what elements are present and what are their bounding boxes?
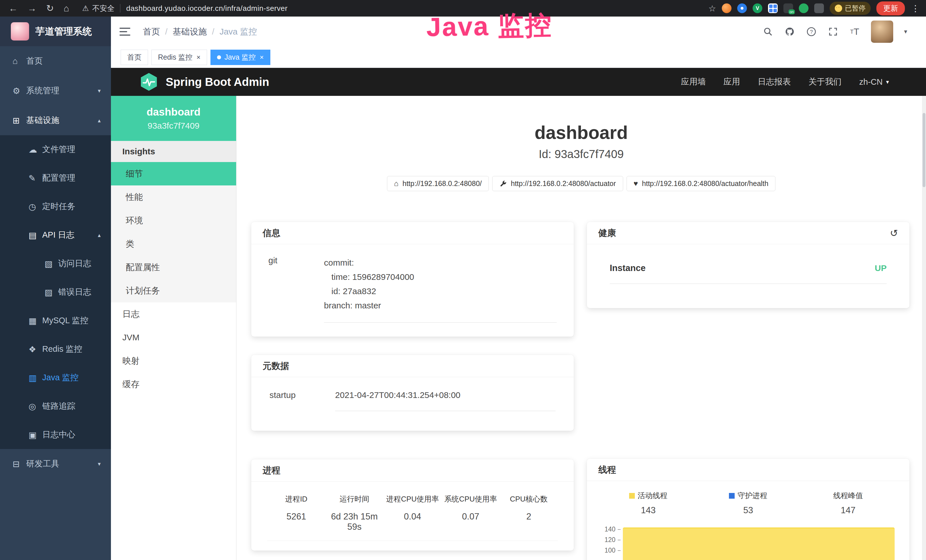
- sba-item-logs[interactable]: 日志: [111, 303, 236, 326]
- sba-nav-wallboard[interactable]: 应用墙: [681, 76, 706, 88]
- history-icon[interactable]: ↺: [890, 227, 898, 239]
- search-icon[interactable]: [763, 26, 773, 37]
- sba-app-header[interactable]: dashboard 93a3fc7f7409: [111, 96, 236, 141]
- sba-nav-applications[interactable]: 应用: [723, 76, 740, 88]
- threads-card: 线程 活动线程 143 守护进程 53: [587, 459, 909, 560]
- tab-java[interactable]: Java 监控 ×: [210, 50, 270, 65]
- health-url-button[interactable]: ♥ http://192.168.0.2:48080/actuator/heal…: [626, 176, 776, 191]
- sba-section-insights: Insights: [111, 141, 236, 162]
- tab-redis[interactable]: Redis 监控 ×: [151, 50, 207, 65]
- tab-home[interactable]: 首页: [121, 50, 148, 65]
- sba-item-classes[interactable]: 类: [111, 232, 236, 256]
- grid-extension-icon[interactable]: [768, 3, 778, 13]
- redis-icon: ❖: [29, 344, 42, 354]
- update-button[interactable]: 更新: [876, 2, 905, 15]
- chevron-up-icon: ▴: [98, 117, 101, 124]
- sba-header: Spring Boot Admin 应用墙 应用 日志报表 关于我们 zh-CN…: [111, 68, 926, 96]
- file-icon: ☁: [29, 145, 42, 154]
- home-icon[interactable]: ⌂: [64, 3, 69, 14]
- sidebar-item-system[interactable]: ⚙ 系统管理 ▾: [0, 76, 111, 106]
- sidebar-item-mysql[interactable]: ▦ MySQL 监控: [0, 306, 111, 335]
- url-text: dashboard.yudao.iocoder.cn/infra/admin-s…: [126, 4, 287, 13]
- location-extension-icon[interactable]: [737, 3, 747, 13]
- menu-fold-icon[interactable]: [120, 28, 130, 36]
- puzzle-extension-icon[interactable]: [814, 3, 824, 13]
- app-title: 芋道管理系统: [35, 25, 92, 38]
- font-size-icon[interactable]: TT: [849, 26, 860, 37]
- sba-item-caches[interactable]: 缓存: [111, 372, 236, 396]
- close-icon[interactable]: ×: [197, 53, 200, 61]
- threads-chart: 140 120 100: [598, 523, 898, 560]
- config-icon: ✎: [29, 173, 42, 183]
- sidebar-item-trace[interactable]: ◎ 链路追踪: [0, 392, 111, 421]
- health-instance-row[interactable]: Instance UP: [610, 263, 887, 284]
- sba-sidebar: dashboard 93a3fc7f7409 Insights 细节 性能 环境…: [111, 96, 236, 560]
- info-card-title: 信息: [251, 222, 574, 244]
- process-table: 进程ID5261 运行时间6d 23h 15m 59s 进程CPU使用率0.04…: [267, 494, 558, 541]
- forward-icon[interactable]: →: [27, 3, 36, 14]
- back-icon[interactable]: ←: [9, 3, 18, 14]
- avatar[interactable]: [871, 21, 893, 43]
- main-column: 首页 / 基础设施 / Java 监控 ? TT ▾ 首页: [111, 17, 926, 560]
- sba-item-mappings[interactable]: 映射: [111, 349, 236, 372]
- breadcrumb-infra[interactable]: 基础设施: [172, 26, 207, 38]
- live-threads-swatch: [629, 493, 635, 499]
- sba-nav-about[interactable]: 关于我们: [808, 76, 841, 88]
- sba-item-details[interactable]: 细节: [111, 162, 236, 185]
- sidebar-item-redis[interactable]: ❖ Redis 监控: [0, 335, 111, 363]
- sba-item-environment[interactable]: 环境: [111, 209, 236, 232]
- annotation-text: Java 监控: [426, 8, 553, 45]
- gear-icon: ⚙: [12, 86, 26, 96]
- service-url-button[interactable]: ⌂ http://192.168.0.2:48080/: [387, 176, 489, 191]
- sidebar-item-config[interactable]: ✎ 配置管理: [0, 164, 111, 192]
- green-extension-icon[interactable]: V: [753, 3, 762, 13]
- daemon-threads-swatch: [729, 493, 735, 499]
- health-card: 健康 ↺ Instance UP: [587, 222, 909, 308]
- close-icon[interactable]: ×: [260, 53, 264, 61]
- page-scrollbar[interactable]: [922, 96, 926, 560]
- app-logo[interactable]: 芋道管理系统: [0, 17, 111, 46]
- breadcrumb-home[interactable]: 首页: [143, 26, 160, 38]
- logo-image: [11, 22, 29, 41]
- sba-nav-journal[interactable]: 日志报表: [758, 76, 791, 88]
- metadata-row-label: startup: [269, 390, 335, 411]
- bookmark-star-icon[interactable]: ☆: [708, 3, 716, 14]
- chevron-down-icon: ▾: [98, 87, 101, 94]
- svg-text:?: ?: [810, 29, 813, 35]
- refresh-icon[interactable]: ↻: [46, 3, 54, 14]
- sidebar-item-api-log[interactable]: ▤ API 日志 ▴: [0, 221, 111, 249]
- leaf-extension-icon[interactable]: [799, 3, 808, 13]
- sidebar-item-java[interactable]: ▥ Java 监控: [0, 363, 111, 392]
- sba-item-scheduled-tasks[interactable]: 计划任务: [111, 279, 236, 303]
- sidebar-item-jobs[interactable]: ◷ 定时任务: [0, 192, 111, 221]
- sba-app-name: dashboard: [147, 106, 200, 118]
- actuator-url-button[interactable]: http://192.168.0.2:48080/actuator: [492, 176, 623, 191]
- sidebar-item-error-log[interactable]: ▨ 错误日志: [0, 278, 111, 306]
- paused-badge[interactable]: 已暂停: [830, 2, 871, 15]
- spring-boot-admin-logo-icon: [139, 73, 158, 91]
- help-icon[interactable]: ?: [806, 26, 817, 37]
- github-icon[interactable]: [784, 26, 795, 37]
- sidebar-item-devtools[interactable]: ⊟ 研发工具 ▾: [0, 449, 111, 479]
- sidebar-item-home[interactable]: ⌂ 首页: [0, 46, 111, 76]
- chevron-down-icon[interactable]: ▾: [904, 28, 907, 35]
- sba-item-jvm[interactable]: JVM: [111, 326, 236, 349]
- sidebar-item-access-log[interactable]: ▧ 访问日志: [0, 249, 111, 278]
- fullscreen-icon[interactable]: [828, 26, 838, 37]
- sidebar-item-log-center[interactable]: ▣ 日志中心: [0, 421, 111, 449]
- locale-select[interactable]: zh-CN ▾: [859, 77, 889, 87]
- sba-item-metrics[interactable]: 性能: [111, 185, 236, 209]
- sba-item-config-props[interactable]: 配置属性: [111, 256, 236, 279]
- process-card-title: 进程: [251, 459, 574, 481]
- browser-menu-icon[interactable]: ⋮: [911, 3, 920, 14]
- fox-extension-icon[interactable]: [722, 3, 731, 13]
- address-bar[interactable]: ⚠ 不安全 dashboard.yudao.iocoder.cn/infra/a…: [82, 3, 287, 14]
- metadata-card-title: 元数据: [251, 355, 574, 377]
- switch-extension-icon[interactable]: on: [784, 3, 793, 13]
- tab-bar: 首页 Redis 监控 × Java 监控 ×: [111, 47, 926, 68]
- api-log-icon: ▤: [29, 230, 42, 240]
- sidebar-item-infra[interactable]: ⊞ 基础设施 ▴: [0, 106, 111, 135]
- process-card: 进程 进程ID5261 运行时间6d 23h 15m 59s 进程CPU使用率0…: [251, 459, 574, 551]
- sidebar-item-files[interactable]: ☁ 文件管理: [0, 135, 111, 164]
- sba-brand-title: Spring Boot Admin: [166, 76, 269, 88]
